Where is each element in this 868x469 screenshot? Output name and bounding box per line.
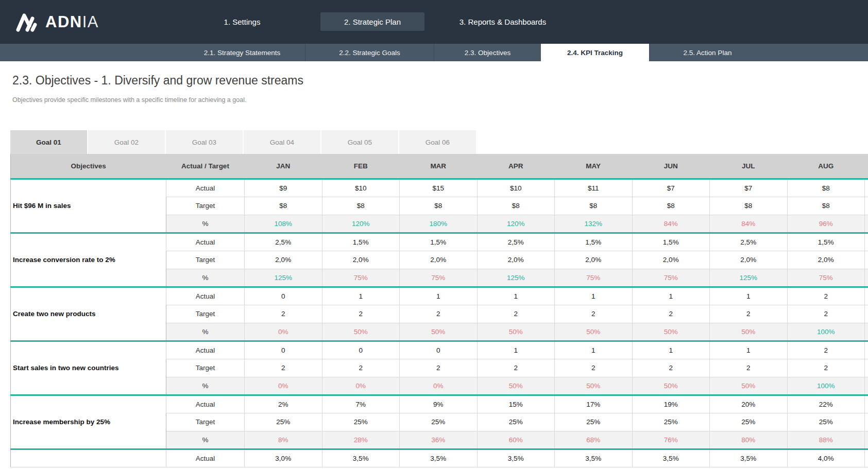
subnav-kpi-tracking[interactable]: 2.4. KPI Tracking [541, 44, 649, 61]
cell-percent-feb[interactable]: 28% [322, 431, 400, 449]
cell-percent-jul[interactable]: 50% [710, 377, 788, 395]
cell-actual-aug[interactable]: 22% [787, 395, 865, 413]
cell-actual-aug[interactable]: 1,5% [787, 233, 865, 251]
cell-percent-aug[interactable]: 100% [787, 377, 865, 395]
cell-target-feb[interactable]: $8 [322, 197, 400, 215]
cell-actual-may[interactable]: 3,5% [555, 449, 633, 467]
cell-percent-jul[interactable]: 80% [710, 431, 788, 449]
cell-percent-feb[interactable]: 120% [322, 215, 400, 233]
cell-target-feb[interactable]: 2 [322, 359, 400, 377]
cell-actual-jan[interactable]: $9 [245, 179, 322, 197]
cell-target-feb[interactable]: 2,0% [322, 251, 400, 269]
goal-tab-03[interactable]: Goal 03 [166, 130, 243, 154]
cell-target-feb[interactable]: 25% [322, 413, 400, 431]
cell-percent-feb[interactable]: 75% [322, 269, 400, 287]
cell-target-jan[interactable]: $8 [245, 197, 322, 215]
cell-actual-may[interactable]: 17% [555, 395, 633, 413]
cell-target-mar[interactable]: 2,0% [400, 251, 478, 269]
cell-percent-may[interactable]: 132% [555, 215, 633, 233]
cell-percent-apr[interactable]: 120% [477, 215, 555, 233]
cell-actual-jul[interactable]: 3,5% [710, 449, 788, 467]
cell-target-may[interactable]: $8 [555, 197, 633, 215]
subnav-objectives[interactable]: 2.3. Objectives [434, 44, 541, 61]
subnav-strategic-goals[interactable]: 2.2. Strategic Goals [305, 44, 434, 61]
cell-target-apr[interactable]: 25% [477, 413, 555, 431]
cell-target-jan[interactable]: 25% [245, 413, 322, 431]
cell-actual-apr[interactable]: 2,5% [477, 233, 555, 251]
cell-actual-jun[interactable]: 19% [632, 395, 710, 413]
cell-target-may[interactable]: 2 [555, 359, 633, 377]
cell-target-mar[interactable]: 25% [400, 413, 478, 431]
topnav-reports-dashboards[interactable]: 3. Reports & Dashboards [446, 12, 559, 31]
cell-percent-feb[interactable]: 50% [322, 323, 400, 341]
cell-percent-may[interactable]: 50% [555, 377, 633, 395]
cell-target-aug[interactable]: 2,0% [787, 251, 865, 269]
cell-percent-may[interactable]: 68% [555, 431, 633, 449]
cell-actual-apr[interactable]: 15% [477, 395, 555, 413]
cell-actual-jun[interactable]: 3,5% [632, 449, 710, 467]
cell-percent-jul[interactable]: 84% [710, 215, 788, 233]
cell-actual-may[interactable]: 1 [555, 341, 633, 359]
objective-label[interactable]: Create two new products [11, 287, 166, 341]
cell-percent-jun[interactable]: 75% [632, 269, 710, 287]
cell-target-aug[interactable]: 25% [787, 413, 865, 431]
cell-target-apr[interactable]: 2 [477, 305, 555, 323]
goal-tab-02[interactable]: Goal 02 [88, 130, 165, 154]
cell-actual-mar[interactable]: $15 [400, 179, 478, 197]
cell-percent-jan[interactable]: 108% [245, 215, 322, 233]
cell-actual-feb[interactable]: 3,5% [322, 449, 400, 467]
cell-target-may[interactable]: 25% [555, 413, 633, 431]
cell-percent-apr[interactable]: 125% [477, 269, 555, 287]
cell-target-mar[interactable]: 2 [400, 359, 478, 377]
cell-actual-apr[interactable]: 3,5% [477, 449, 555, 467]
cell-target-jul[interactable]: 2,0% [710, 251, 788, 269]
cell-percent-apr[interactable]: 50% [477, 323, 555, 341]
cell-actual-jul[interactable]: 2,5% [710, 233, 788, 251]
cell-percent-jun[interactable]: 50% [632, 377, 710, 395]
cell-percent-mar[interactable]: 0% [400, 377, 478, 395]
cell-percent-feb[interactable]: 0% [322, 377, 400, 395]
cell-actual-aug[interactable]: 2 [787, 287, 865, 305]
cell-percent-aug[interactable]: 88% [787, 431, 865, 449]
cell-actual-feb[interactable]: $10 [322, 179, 400, 197]
cell-percent-jun[interactable]: 50% [632, 323, 710, 341]
subnav-action-plan[interactable]: 2.5. Action Plan [649, 44, 765, 61]
cell-actual-jan[interactable]: 0 [245, 341, 322, 359]
cell-actual-mar[interactable]: 9% [400, 395, 478, 413]
cell-target-jan[interactable]: 2,0% [245, 251, 322, 269]
cell-target-apr[interactable]: 2,0% [477, 251, 555, 269]
cell-target-mar[interactable]: 2 [400, 305, 478, 323]
cell-percent-mar[interactable]: 50% [400, 323, 478, 341]
cell-target-feb[interactable]: 2 [322, 305, 400, 323]
cell-percent-apr[interactable]: 60% [477, 431, 555, 449]
cell-percent-may[interactable]: 50% [555, 323, 633, 341]
cell-percent-jan[interactable]: 8% [245, 431, 322, 449]
cell-percent-jan[interactable]: 0% [245, 377, 322, 395]
cell-actual-mar[interactable]: 1,5% [400, 233, 478, 251]
cell-percent-mar[interactable]: 36% [400, 431, 478, 449]
cell-actual-may[interactable]: 1,5% [555, 233, 633, 251]
cell-target-mar[interactable]: $8 [400, 197, 478, 215]
cell-target-may[interactable]: 2,0% [555, 251, 633, 269]
cell-target-aug[interactable]: 2 [787, 305, 865, 323]
cell-actual-jul[interactable]: 20% [710, 395, 788, 413]
cell-actual-jan[interactable]: 2,5% [245, 233, 322, 251]
cell-actual-jan[interactable]: 0 [245, 287, 322, 305]
objective-label[interactable]: Increase membership by 25% [11, 395, 166, 449]
cell-target-jul[interactable]: 2 [710, 305, 788, 323]
cell-actual-feb[interactable]: 1 [322, 287, 400, 305]
cell-percent-may[interactable]: 75% [555, 269, 633, 287]
objective-label[interactable]: Hit $96 M in sales [11, 179, 166, 233]
cell-percent-aug[interactable]: 100% [787, 323, 865, 341]
cell-actual-mar[interactable]: 1 [400, 287, 478, 305]
cell-actual-apr[interactable]: 1 [477, 341, 555, 359]
cell-actual-may[interactable]: $11 [555, 179, 633, 197]
cell-actual-feb[interactable]: 7% [322, 395, 400, 413]
cell-target-jul[interactable]: 2 [710, 359, 788, 377]
cell-percent-jan[interactable]: 0% [245, 323, 322, 341]
cell-percent-apr[interactable]: 50% [477, 377, 555, 395]
cell-actual-jun[interactable]: 1,5% [632, 233, 710, 251]
cell-target-apr[interactable]: 2 [477, 359, 555, 377]
cell-actual-mar[interactable]: 3,5% [400, 449, 478, 467]
cell-percent-mar[interactable]: 180% [400, 215, 478, 233]
